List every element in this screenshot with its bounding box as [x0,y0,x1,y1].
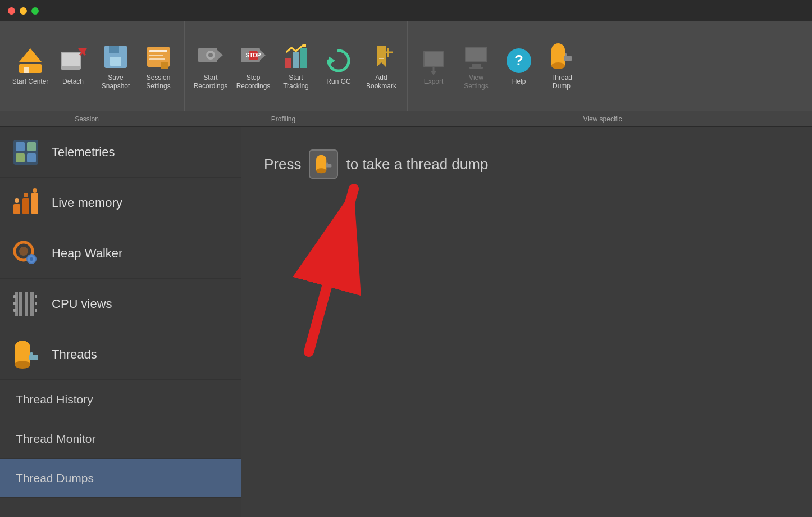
detach-button[interactable]: Detach [52,30,94,103]
svg-rect-13 [149,55,163,56]
threads-label: Threads [52,347,97,362]
title-bar [0,0,812,21]
svg-point-57 [33,188,37,193]
svg-rect-65 [13,309,16,312]
svg-rect-50 [16,153,25,162]
save-snapshot-label: Save Snapshot [97,74,135,90]
export-button[interactable]: Export [412,30,455,103]
view-specific-label: View specific [393,113,812,125]
session-settings-button[interactable]: Session Settings [137,30,180,103]
export-icon [419,46,448,75]
main-content: Telemetries Live memory [0,127,812,517]
svg-rect-39 [469,67,483,69]
svg-rect-48 [16,142,25,151]
svg-rect-64 [13,302,16,305]
add-bookmark-label: Add Bookmark [362,74,400,90]
sidebar-item-live-memory[interactable]: Live memory [0,178,241,228]
sidebar-item-thread-dumps[interactable]: Thread Dumps [0,459,241,498]
start-center-button[interactable]: Start Center [9,30,52,103]
start-center-icon [16,46,45,75]
telemetries-icon [11,138,40,167]
sidebar-item-cpu-views[interactable]: CPU views [0,279,241,329]
svg-rect-49 [27,142,36,151]
svg-rect-25 [293,52,299,68]
thread-dump-button[interactable]: Thread Dump [540,30,583,103]
toolbar: Start Center Detach [0,21,812,127]
svg-rect-14 [149,58,165,60]
save-snapshot-icon [101,42,130,71]
svg-rect-45 [564,56,572,61]
start-tracking-icon [281,42,311,71]
live-memory-label: Live memory [52,196,122,210]
run-gc-button[interactable]: Run GC [317,30,360,103]
start-recordings-button[interactable]: Start Recordings [189,30,232,103]
svg-rect-37 [466,48,486,61]
view-settings-button[interactable]: View Settings [455,30,498,103]
help-icon: ? [504,46,533,75]
svg-line-83 [309,189,354,352]
help-label: Help [512,78,526,85]
start-center-label: Start Center [12,78,49,85]
svg-rect-0 [19,64,42,73]
toolbar-profiling-section: Start Recordings STOP Stop Recordings [185,21,408,111]
save-snapshot-button[interactable]: Save Snapshot [94,30,137,103]
start-tracking-label: Start Tracking [277,74,315,90]
thread-dumps-label: Thread Dumps [16,471,94,485]
svg-point-19 [208,53,213,57]
svg-point-61 [30,257,33,261]
heap-walker-label: Heap Walker [52,246,122,261]
svg-rect-38 [472,64,481,67]
session-label: Session [0,113,174,125]
close-button[interactable] [8,7,15,15]
svg-point-74 [15,361,30,369]
sidebar-item-threads[interactable]: Threads [0,329,241,380]
sidebar-item-heap-walker[interactable]: Heap Walker [0,228,241,279]
sidebar-item-thread-monitor[interactable]: Thread Monitor [0,419,241,459]
svg-rect-12 [149,50,167,52]
svg-point-56 [24,193,28,197]
help-button[interactable]: ? Help [498,30,540,103]
cpu-views-label: CPU views [52,297,112,311]
sidebar-item-telemetries[interactable]: Telemetries [0,127,241,178]
thread-monitor-label: Thread Monitor [16,432,95,446]
toolbar-labels: Session Profiling View specific [0,111,812,126]
svg-rect-81 [327,162,329,165]
svg-point-44 [551,62,565,69]
cpu-views-icon [11,289,40,319]
svg-rect-4 [62,53,80,66]
maximize-button[interactable] [31,7,39,15]
minimize-button[interactable] [20,7,27,15]
stop-recordings-button[interactable]: STOP Stop Recordings [232,30,275,103]
session-settings-label: Session Settings [139,74,177,90]
svg-point-55 [15,198,19,203]
svg-rect-53 [22,198,29,214]
content-panel: Press to take a thread dump [241,127,812,517]
run-gc-icon [324,46,353,75]
svg-marker-15 [161,62,168,69]
svg-rect-54 [31,193,38,214]
view-settings-icon [462,42,491,71]
svg-rect-76 [30,352,33,356]
profiling-label: Profiling [174,113,393,125]
svg-rect-10 [110,57,121,66]
svg-rect-24 [285,58,291,68]
start-tracking-button[interactable]: Start Tracking [275,30,317,103]
svg-rect-9 [109,46,119,53]
svg-rect-71 [35,309,37,312]
svg-rect-46 [565,53,567,57]
thread-history-label: Thread History [16,393,93,406]
telemetries-label: Telemetries [52,145,115,160]
to-text: to take a thread dump [346,156,488,173]
svg-rect-63 [13,295,16,298]
view-settings-label: View Settings [457,74,495,90]
detach-icon [58,46,88,75]
sidebar-item-thread-history[interactable]: Thread History [0,380,241,419]
svg-rect-29 [379,58,384,59]
add-bookmark-icon [367,42,396,71]
svg-rect-69 [35,295,37,298]
add-bookmark-button[interactable]: Add Bookmark [360,30,403,103]
svg-rect-2 [24,67,29,73]
start-recordings-icon [196,42,225,71]
svg-marker-17 [217,50,223,60]
thread-dump-icon [547,42,576,71]
